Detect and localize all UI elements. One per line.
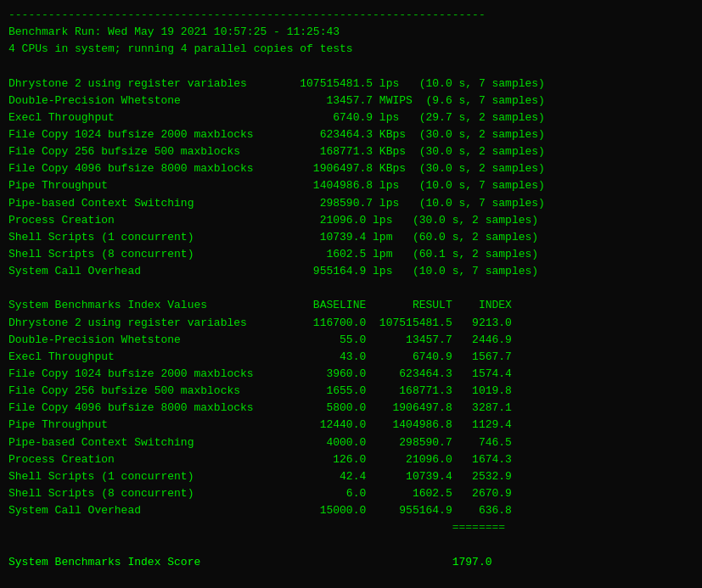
terminal-line: Dhrystone 2 using register variables 107… [8, 76, 694, 92]
terminal-line: Shell Scripts (1 concurrent) 42.4 10739.… [8, 468, 694, 485]
terminal-line: 4 CPUs in system; running 4 parallel cop… [8, 41, 694, 58]
terminal-line: System Benchmarks Index Values BASELINE … [8, 297, 694, 314]
terminal-line: Process Creation 21096.0 lps (30.0 s, 2 … [8, 212, 694, 229]
terminal-line: Pipe Throughput 1404986.8 lps (10.0 s, 7… [8, 177, 694, 194]
terminal-line [8, 571, 694, 588]
terminal-line [8, 58, 694, 75]
terminal-line: Pipe-based Context Switching 298590.7 lp… [8, 195, 694, 212]
terminal-line: ======== [8, 519, 694, 536]
terminal-line: Process Creation 126.0 21096.0 1674.3 [8, 451, 694, 468]
terminal-line: Double-Precision Whetstone 55.0 13457.7 … [8, 332, 694, 349]
terminal-line: ----------------------------------------… [8, 7, 694, 24]
terminal-line: Shell Scripts (8 concurrent) 1602.5 lpm … [8, 246, 694, 263]
terminal-line: File Copy 256 bufsize 500 maxblocks 1655… [8, 383, 694, 400]
terminal-line: System Benchmarks Index Score 1797.0 [8, 554, 694, 571]
terminal: ----------------------------------------… [8, 7, 694, 588]
terminal-line: Shell Scripts (1 concurrent) 10739.4 lpm… [8, 229, 694, 246]
terminal-line: Execl Throughput 6740.9 lps (29.7 s, 2 s… [8, 109, 694, 126]
terminal-line: Double-Precision Whetstone 13457.7 MWIPS… [8, 92, 694, 109]
terminal-line: System Call Overhead 955164.9 lps (10.0 … [8, 263, 694, 280]
terminal-line: File Copy 256 bufsize 500 maxblocks 1687… [8, 143, 694, 160]
terminal-line: Execl Throughput 43.0 6740.9 1567.7 [8, 349, 694, 366]
terminal-line: File Copy 4096 bufsize 8000 maxblocks 58… [8, 400, 694, 417]
terminal-line: File Copy 1024 bufsize 2000 maxblocks 39… [8, 366, 694, 383]
terminal-line: File Copy 1024 bufsize 2000 maxblocks 62… [8, 126, 694, 143]
terminal-line: File Copy 4096 bufsize 8000 maxblocks 19… [8, 160, 694, 177]
terminal-line [8, 280, 694, 297]
terminal-line: Pipe Throughput 12440.0 1404986.8 1129.4 [8, 417, 694, 434]
terminal-line: Dhrystone 2 using register variables 116… [8, 315, 694, 332]
terminal-line: Shell Scripts (8 concurrent) 6.0 1602.5 … [8, 485, 694, 502]
terminal-line [8, 536, 694, 553]
terminal-line: Pipe-based Context Switching 4000.0 2985… [8, 434, 694, 451]
terminal-line: Benchmark Run: Wed May 19 2021 10:57:25 … [8, 24, 694, 41]
terminal-line: System Call Overhead 15000.0 955164.9 63… [8, 502, 694, 519]
